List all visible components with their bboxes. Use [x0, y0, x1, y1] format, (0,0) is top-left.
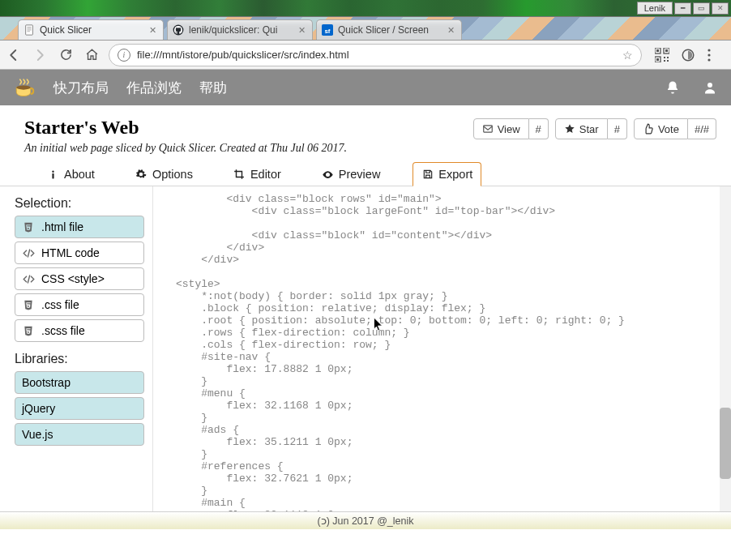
- sidebar-item-bootstrap[interactable]: Bootstrap: [15, 371, 144, 394]
- app-tabs: About Options Editor Preview Export: [0, 161, 731, 186]
- omnibox[interactable]: i file:///mnt/istore/pub/quickslicer/src…: [109, 44, 642, 66]
- nav-back-button[interactable]: [5, 46, 23, 64]
- gear-icon: [135, 169, 147, 181]
- star-button[interactable]: Star: [555, 118, 608, 139]
- mail-icon: [482, 123, 494, 135]
- svg-point-19: [707, 83, 712, 88]
- svg-rect-22: [52, 173, 53, 178]
- svg-text:sf: sf: [325, 28, 331, 35]
- notifications-icon[interactable]: [663, 78, 682, 97]
- star-count[interactable]: #: [608, 118, 627, 139]
- sidebar-item-css-style[interactable]: CSS <style>: [15, 267, 144, 290]
- footer-text: (ɔ) Jun 2017 @_lenik: [317, 515, 413, 527]
- tab-about[interactable]: About: [39, 162, 103, 186]
- favicon-doc-icon: [24, 24, 35, 36]
- vertical-scrollbar[interactable]: [720, 186, 731, 511]
- star-icon: [564, 123, 575, 135]
- browser-tab[interactable]: sf Quick Slicer / Screen ✕: [316, 19, 462, 40]
- nav-link-layout[interactable]: 快刀布局: [53, 79, 109, 97]
- nav-link-help[interactable]: 帮助: [199, 79, 227, 97]
- sidebar-item-html-file[interactable]: .html file: [15, 216, 144, 238]
- sidebar-item-jquery[interactable]: jQuery: [15, 397, 144, 420]
- user-icon[interactable]: [700, 78, 720, 97]
- page-header: Starter's Web An initial web page sliced…: [0, 105, 731, 161]
- tab-close-icon[interactable]: ✕: [446, 25, 456, 36]
- nav-reload-button[interactable]: [57, 46, 75, 64]
- vote-button[interactable]: Vote: [634, 118, 688, 139]
- svg-point-18: [16, 85, 31, 89]
- html5-icon: [22, 220, 35, 233]
- sidebar-item-css-file[interactable]: .css file: [15, 293, 144, 316]
- tab-editor[interactable]: Editor: [225, 162, 289, 186]
- favicon-sf-icon: sf: [322, 24, 333, 36]
- os-window-title: Lenik: [637, 2, 673, 15]
- css3-icon: [22, 324, 35, 337]
- code-icon: [22, 246, 35, 259]
- browser-tab-label: Quick Slicer / Screen: [338, 24, 446, 36]
- extension-icon[interactable]: [679, 46, 697, 64]
- qr-icon[interactable]: [653, 46, 671, 64]
- svg-rect-5: [656, 49, 659, 52]
- css3-icon: [22, 298, 35, 311]
- page-subtitle: An initial web page sliced by Quick Slic…: [24, 142, 464, 155]
- header-button-group: View # Star # Vote #/#: [473, 117, 716, 139]
- favicon-github-icon: [173, 24, 184, 36]
- tab-export[interactable]: Export: [413, 162, 481, 186]
- sidebar-heading-libraries: Libraries:: [15, 352, 144, 366]
- save-icon: [421, 169, 434, 181]
- svg-rect-12: [664, 60, 665, 62]
- vote-count[interactable]: #/#: [688, 118, 716, 139]
- thumbs-up-icon: [643, 123, 654, 135]
- app-logo-icon[interactable]: [11, 75, 36, 100]
- svg-rect-20: [483, 126, 492, 132]
- page-footer: (ɔ) Jun 2017 @_lenik: [0, 511, 731, 529]
- sidebar: Selection: .html file HTML code CSS <sty…: [0, 186, 152, 511]
- settings-icon[interactable]: [705, 46, 723, 64]
- export-code-block[interactable]: <div class="block rows" id="main"> <div …: [153, 186, 731, 511]
- crop-icon: [233, 169, 246, 181]
- tab-options[interactable]: Options: [127, 162, 201, 186]
- app-navbar: 快刀布局 作品浏览 帮助: [0, 70, 731, 105]
- nav-link-browse[interactable]: 作品浏览: [126, 79, 182, 97]
- tab-close-icon[interactable]: ✕: [147, 25, 158, 36]
- sidebar-heading-selection: Selection:: [15, 196, 144, 211]
- os-maximize-button[interactable]: ▭: [693, 2, 710, 15]
- eye-icon: [322, 169, 334, 181]
- nav-home-button[interactable]: [83, 46, 100, 64]
- info-icon: [47, 169, 59, 181]
- browser-tab[interactable]: lenik/quickslicer: Qui ✕: [167, 19, 313, 40]
- browser-toolbar: i file:///mnt/istore/pub/quickslicer/src…: [0, 41, 731, 70]
- page-title: Starter's Web: [24, 117, 464, 139]
- nav-forward-button[interactable]: [31, 46, 49, 64]
- os-titlebar: Lenik ━ ▭ ✕: [0, 0, 731, 17]
- browser-tab-label: Quick Slicer: [40, 24, 147, 36]
- sidebar-item-html-code[interactable]: HTML code: [15, 242, 144, 264]
- scrollbar-thumb[interactable]: [720, 408, 731, 479]
- site-info-icon[interactable]: i: [118, 49, 130, 62]
- svg-point-16: [707, 53, 710, 56]
- view-count[interactable]: #: [529, 118, 549, 139]
- svg-rect-10: [664, 57, 665, 58]
- browser-tabstrip: Quick Slicer ✕ lenik/quickslicer: Qui ✕ …: [0, 17, 731, 41]
- bookmark-star-icon[interactable]: ☆: [622, 49, 633, 62]
- svg-point-17: [707, 58, 710, 61]
- omnibox-url: file:///mnt/istore/pub/quickslicer/src/i…: [137, 49, 616, 61]
- view-button[interactable]: View: [473, 118, 529, 139]
- svg-point-21: [52, 170, 53, 172]
- sidebar-item-vuejs[interactable]: Vue.js: [15, 423, 144, 446]
- tab-close-icon[interactable]: ✕: [297, 25, 307, 36]
- svg-point-15: [707, 49, 710, 51]
- browser-tab-label: lenik/quickslicer: Qui: [189, 24, 297, 36]
- os-minimize-button[interactable]: ━: [674, 2, 691, 15]
- code-icon: [22, 272, 35, 285]
- svg-rect-11: [667, 57, 669, 58]
- code-pane: <div class="block rows" id="main"> <div …: [152, 186, 731, 511]
- browser-tab-active[interactable]: Quick Slicer ✕: [18, 19, 164, 40]
- svg-rect-13: [667, 60, 669, 62]
- main-area: Selection: .html file HTML code CSS <sty…: [0, 186, 731, 511]
- tab-preview[interactable]: Preview: [314, 162, 389, 186]
- sidebar-item-scss-file[interactable]: .scss file: [15, 319, 144, 342]
- svg-rect-9: [656, 58, 659, 61]
- os-close-button[interactable]: ✕: [712, 2, 729, 15]
- svg-rect-7: [665, 49, 668, 52]
